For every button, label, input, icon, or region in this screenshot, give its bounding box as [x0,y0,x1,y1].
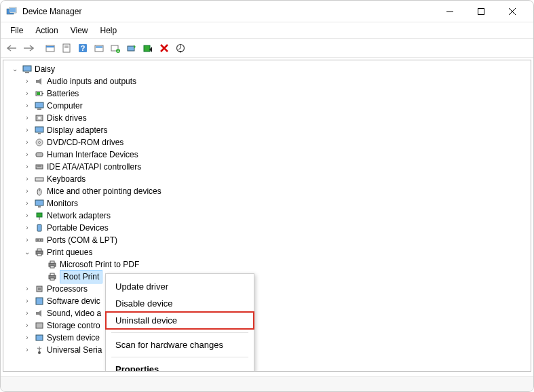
system-icon [34,332,45,343]
chevron-right-icon[interactable]: › [22,101,32,111]
chevron-right-icon[interactable]: › [22,138,32,147]
chevron-right-icon[interactable]: › [22,211,32,220]
chevron-right-icon[interactable]: › [22,345,32,355]
chevron-right-icon[interactable]: › [22,235,32,245]
tree-category[interactable]: ›Disk drives [10,112,524,124]
svg-point-50 [40,239,41,241]
svg-rect-15 [96,46,102,48]
back-button[interactable] [5,41,20,56]
svg-rect-27 [37,92,40,95]
disable-device-icon[interactable] [140,41,155,56]
update-driver-icon[interactable] [124,41,139,56]
svg-rect-33 [38,133,41,134]
svg-point-35 [39,142,41,144]
add-hardware-icon[interactable]: + [108,41,123,56]
tree-category-label: Display adapters [47,124,107,136]
ctx-separator [111,332,248,333]
chevron-right-icon[interactable]: › [22,77,32,86]
chevron-right-icon[interactable]: › [22,174,32,184]
tree-category[interactable]: ›Portable Devices [10,222,524,234]
svg-rect-65 [36,335,43,340]
chevron-right-icon[interactable]: › [22,199,32,208]
keyboard-icon [34,174,45,184]
ctx-properties[interactable]: Properties [106,361,254,372]
tree-device-root-print-queue[interactable]: Root Print [10,271,524,283]
device-tree[interactable]: ⌄ Daisy ›Audio inputs and outputs›Batter… [3,60,531,372]
tree-category[interactable]: ›Computer [10,100,524,112]
chevron-right-icon[interactable]: › [22,150,32,159]
tree-category[interactable]: ›Human Interface Devices [10,149,524,161]
tree-device-print-pdf[interactable]: Microsoft Print to PDF [10,258,524,271]
properties-icon[interactable] [59,41,74,56]
tree-category[interactable]: ›Display adapters [10,124,524,136]
menu-help[interactable]: Help [95,24,123,37]
cdrom-icon [34,137,45,148]
ctx-uninstall-device[interactable]: Uninstall device [106,312,254,329]
tree-category[interactable]: ›Software devic [10,295,524,307]
tree-category-label: Monitors [47,197,78,210]
forward-button[interactable] [21,41,36,56]
chevron-down-icon[interactable]: ⌄ [10,64,20,74]
svg-rect-28 [35,102,43,108]
tree-category[interactable]: ›Processors [10,283,524,295]
tree-category[interactable]: ›DVD/CD-ROM drives [10,136,524,149]
show-tree-icon[interactable] [43,41,58,56]
tree-category[interactable]: ›Audio inputs and outputs [10,75,524,87]
chevron-right-icon[interactable]: › [22,333,32,342]
scan-hardware-changes-icon[interactable] [173,41,188,56]
ctx-scan-hardware[interactable]: Scan for hardware changes [106,336,254,353]
scan-devices-icon[interactable] [92,41,107,56]
tree-category[interactable]: ›Network adapters [10,210,524,222]
svg-rect-22 [23,66,31,71]
tree-root[interactable]: ⌄ Daisy [10,63,524,75]
tree-category[interactable]: ›Mice and other pointing devices [10,185,524,197]
tree-category[interactable]: ›Batteries [10,87,524,100]
tree-category-label: Keyboards [47,173,85,185]
tree-category-print-queues[interactable]: ⌄ Print queues [10,246,524,258]
tree-category[interactable]: ›IDE ATA/ATAPI controllers [10,161,524,173]
chevron-right-icon[interactable]: › [22,296,32,306]
chevron-right-icon[interactable]: › [22,89,32,98]
tree-category[interactable]: ›Monitors [10,197,524,210]
chevron-right-icon[interactable]: › [22,162,32,172]
chevron-right-icon[interactable]: › [22,284,32,294]
svg-rect-9 [63,44,70,52]
tree-category-label: Disk drives [47,112,87,124]
chevron-right-icon[interactable]: › [22,309,32,318]
close-button[interactable] [497,1,528,22]
chevron-right-icon[interactable]: › [22,125,32,135]
svg-rect-61 [38,288,41,290]
svg-rect-24 [36,80,39,83]
chevron-right-icon[interactable]: › [22,223,32,233]
chevron-right-icon[interactable]: › [22,113,32,123]
chevron-right-icon[interactable]: › [22,187,32,196]
menu-action[interactable]: Action [30,24,63,37]
uninstall-icon[interactable] [157,41,172,56]
tree-category[interactable]: ›Sound, video a [10,307,524,319]
menu-view[interactable]: View [65,24,94,37]
menu-file[interactable]: File [5,24,28,37]
context-menu: Update driver Disable device Uninstall d… [105,273,254,372]
ctx-disable-device[interactable]: Disable device [106,295,254,312]
tree-category[interactable]: ›System device [10,332,524,344]
printer-icon [47,259,58,270]
ctx-update-driver[interactable]: Update driver [106,278,254,295]
window-title: Device Manager [22,7,434,16]
tree-category[interactable]: ›Universal Seria [10,344,524,356]
svg-rect-43 [35,200,43,205]
help-icon[interactable]: ? [75,41,90,56]
svg-rect-19 [128,46,134,51]
chevron-down-icon[interactable]: ⌄ [22,248,32,257]
titlebar: Device Manager [1,1,533,22]
maximize-button[interactable] [465,1,497,22]
tree-category[interactable]: ›Storage contro [10,319,524,332]
tree-category[interactable]: ›Keyboards [10,173,524,185]
tree-category[interactable]: ›Ports (COM & LPT) [10,234,524,246]
portable-icon [34,222,45,233]
tree-category-label: Network adapters [47,210,111,222]
svg-rect-32 [35,127,43,132]
svg-text:+: + [117,48,119,53]
chevron-right-icon[interactable]: › [22,321,32,330]
minimize-button[interactable] [434,1,465,22]
app-icon [6,6,17,17]
